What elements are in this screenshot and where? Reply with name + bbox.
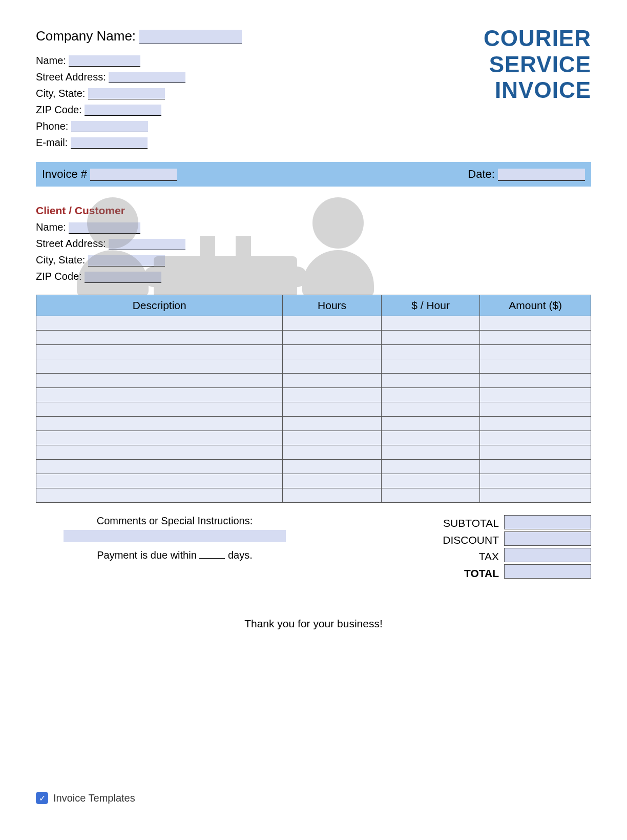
table-cell[interactable] [36, 345, 283, 359]
invoice-date-input[interactable] [498, 169, 585, 181]
title-line3: INVOICE [484, 77, 591, 104]
title-line1: COURIER [484, 26, 591, 52]
col-rate: $ / Hour [381, 295, 480, 316]
table-cell[interactable] [283, 488, 382, 503]
table-cell[interactable] [283, 460, 382, 474]
table-cell[interactable] [36, 316, 283, 331]
table-cell[interactable] [36, 374, 283, 388]
payment-suffix: days. [228, 549, 253, 561]
discount-label: DISCOUNT [443, 532, 499, 549]
table-cell[interactable] [480, 359, 591, 374]
table-row [36, 488, 591, 503]
company-phone-input[interactable] [71, 121, 148, 132]
table-cell[interactable] [381, 474, 480, 488]
company-name-input[interactable] [139, 30, 242, 44]
table-cell[interactable] [36, 488, 283, 503]
table-cell[interactable] [480, 345, 591, 359]
table-cell[interactable] [283, 445, 382, 460]
table-cell[interactable] [283, 345, 382, 359]
client-street-label: Street Address: [36, 235, 106, 252]
client-heading: Client / Customer [36, 202, 591, 219]
table-cell[interactable] [381, 445, 480, 460]
payment-days-input[interactable] [199, 547, 225, 559]
table-cell[interactable] [36, 445, 283, 460]
table-cell[interactable] [36, 460, 283, 474]
table-cell[interactable] [36, 359, 283, 374]
table-cell[interactable] [381, 345, 480, 359]
table-cell[interactable] [381, 316, 480, 331]
table-cell[interactable] [381, 402, 480, 417]
table-cell[interactable] [381, 374, 480, 388]
company-street-input[interactable] [109, 72, 185, 83]
table-cell[interactable] [381, 359, 480, 374]
company-email-label: E-mail: [36, 134, 68, 151]
table-cell[interactable] [480, 474, 591, 488]
tax-value[interactable] [504, 548, 591, 562]
client-name-label: Name: [36, 219, 66, 235]
table-cell[interactable] [283, 474, 382, 488]
table-row [36, 316, 591, 331]
table-cell[interactable] [480, 374, 591, 388]
table-cell[interactable] [36, 431, 283, 445]
table-cell[interactable] [480, 460, 591, 474]
table-cell[interactable] [283, 374, 382, 388]
table-cell[interactable] [381, 460, 480, 474]
table-cell[interactable] [36, 402, 283, 417]
total-label: TOTAL [443, 565, 499, 582]
thank-you: Thank you for your business! [36, 618, 591, 630]
table-row [36, 331, 591, 345]
table-row [36, 445, 591, 460]
subtotal-label: SUBTOTAL [443, 515, 499, 532]
table-cell[interactable] [480, 488, 591, 503]
col-hours: Hours [283, 295, 382, 316]
table-cell[interactable] [36, 474, 283, 488]
discount-value[interactable] [504, 531, 591, 546]
table-cell[interactable] [36, 388, 283, 402]
check-icon: ✓ [36, 792, 48, 804]
table-cell[interactable] [283, 417, 382, 431]
client-block: Client / Customer Name: Street Address: … [36, 202, 591, 285]
client-name-input[interactable] [69, 222, 140, 234]
company-email-input[interactable] [71, 137, 148, 149]
table-cell[interactable] [381, 388, 480, 402]
table-cell[interactable] [36, 331, 283, 345]
client-street-input[interactable] [109, 239, 185, 250]
table-cell[interactable] [480, 431, 591, 445]
client-city-input[interactable] [88, 255, 165, 267]
company-person-name-input[interactable] [69, 55, 140, 67]
client-zip-input[interactable] [85, 272, 161, 283]
table-cell[interactable] [480, 402, 591, 417]
comments-input[interactable] [64, 530, 286, 542]
table-cell[interactable] [36, 417, 283, 431]
table-cell[interactable] [480, 316, 591, 331]
table-cell[interactable] [381, 488, 480, 503]
table-row [36, 431, 591, 445]
invoice-number-input[interactable] [90, 169, 177, 181]
table-cell[interactable] [283, 316, 382, 331]
company-zip-input[interactable] [85, 105, 161, 116]
table-cell[interactable] [381, 331, 480, 345]
table-cell[interactable] [480, 445, 591, 460]
company-street-label: Street Address: [36, 69, 106, 85]
table-cell[interactable] [480, 388, 591, 402]
table-cell[interactable] [480, 417, 591, 431]
table-row [36, 345, 591, 359]
table-cell[interactable] [381, 417, 480, 431]
comments-block: Comments or Special Instructions: Paymen… [36, 515, 314, 582]
table-cell[interactable] [283, 359, 382, 374]
table-cell[interactable] [480, 331, 591, 345]
table-row [36, 417, 591, 431]
subtotal-value[interactable] [504, 515, 591, 529]
table-cell[interactable] [381, 431, 480, 445]
company-name-label: Company Name: [36, 26, 136, 47]
table-cell[interactable] [283, 402, 382, 417]
col-amount: Amount ($) [480, 295, 591, 316]
company-city-input[interactable] [88, 88, 165, 99]
comments-heading: Comments or Special Instructions: [36, 515, 314, 527]
company-person-name-label: Name: [36, 52, 66, 69]
table-cell[interactable] [283, 388, 382, 402]
table-cell[interactable] [283, 431, 382, 445]
total-value[interactable] [504, 564, 591, 579]
table-cell[interactable] [283, 331, 382, 345]
document-title: COURIER SERVICE INVOICE [484, 26, 591, 151]
